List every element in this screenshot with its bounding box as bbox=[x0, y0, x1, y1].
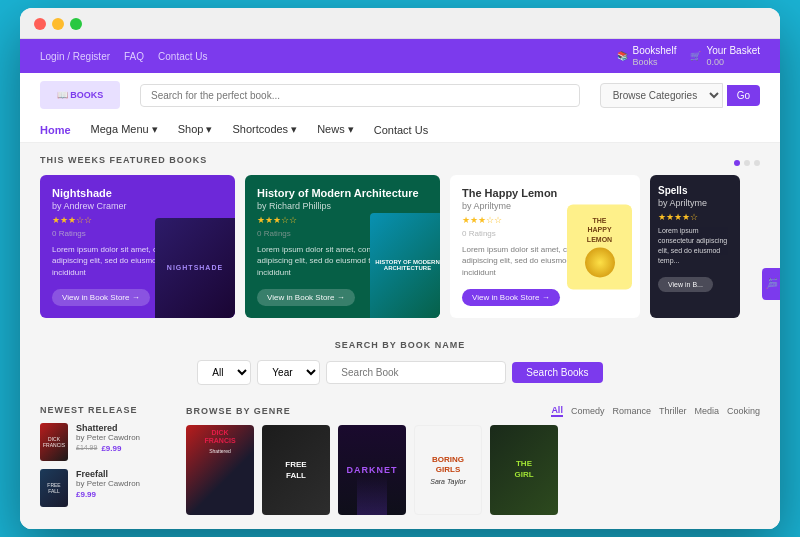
search-by-name-controls: All Year Search Books bbox=[40, 360, 760, 385]
genre-books-list: DICKFRANCIS Shattered FREEFALL DARKNET B… bbox=[186, 425, 760, 515]
search-year-select[interactable]: Year bbox=[257, 360, 320, 385]
login-register-link[interactable]: Login / Register bbox=[40, 51, 110, 62]
search-by-name-title: SEARCH BY BOOK NAME bbox=[40, 340, 760, 350]
featured-books-list: Nightshade by Andrew Cramer ★★★☆☆ 0 Rati… bbox=[40, 175, 760, 318]
book-author-nightshade: by Andrew Cramer bbox=[52, 201, 223, 211]
minimize-dot[interactable] bbox=[52, 18, 64, 30]
genre-tabs: All Comedy Romance Thriller Media Cookin… bbox=[551, 405, 760, 417]
browser-chrome bbox=[20, 8, 780, 39]
search-all-select[interactable]: All bbox=[197, 360, 251, 385]
search-by-name-section: SEARCH BY BOOK NAME All Year Search Book… bbox=[20, 328, 780, 395]
bottom-section: NEWEST RELEASE DICK FRANCIS Shattered by… bbox=[20, 395, 780, 529]
old-price-shattered: £14.99 bbox=[76, 444, 97, 451]
browse-genre-section: BROWSE BY GENRE All Comedy Romance Thril… bbox=[186, 405, 760, 515]
main-search-input[interactable] bbox=[140, 84, 580, 107]
price-freefall: £9.99 bbox=[76, 490, 140, 499]
genre-book-freefall[interactable]: FREEFALL bbox=[262, 425, 330, 515]
featured-section: THIS WEEKS FEATURED BOOKS Nightshade by … bbox=[20, 143, 780, 328]
bookshelf-label: Bookshelf bbox=[633, 45, 677, 56]
view-btn-architecture[interactable]: View in Book Store → bbox=[257, 289, 355, 306]
search-area bbox=[140, 84, 580, 107]
bookshelf-sub: Books bbox=[633, 57, 658, 67]
book-card-happy-lemon: The Happy Lemon by Apriltyme ★★★☆☆ 0 Rat… bbox=[450, 175, 640, 318]
browse-genre-title: BROWSE BY GENRE bbox=[186, 406, 291, 416]
indicator-1[interactable] bbox=[734, 160, 740, 166]
book-stars-spells: ★★★★☆ bbox=[658, 212, 732, 222]
book-cover-happy-lemon: THEHAPPYLEMON bbox=[567, 204, 632, 289]
price-shattered: £9.99 bbox=[101, 444, 121, 453]
book-desc-spells: Lorem ipsum consectetur adipiscing elit,… bbox=[658, 226, 732, 265]
contact-link[interactable]: Contact Us bbox=[158, 51, 207, 62]
genre-book-darknet[interactable]: DARKNET bbox=[338, 425, 406, 515]
newest-release-section: NEWEST RELEASE DICK FRANCIS Shattered by… bbox=[40, 405, 170, 515]
nav-contact[interactable]: Contact Us bbox=[374, 124, 428, 136]
browse-header: BROWSE BY GENRE All Comedy Romance Thril… bbox=[186, 405, 760, 417]
genre-book-dick-francis[interactable]: DICKFRANCIS Shattered bbox=[186, 425, 254, 515]
genre-book-the-girl[interactable]: THEGIRL bbox=[490, 425, 558, 515]
book-card-spells: Spells by Apriltyme ★★★★☆ Lorem ipsum co… bbox=[650, 175, 740, 318]
genre-tab-media[interactable]: Media bbox=[694, 406, 719, 416]
book-cover-nightshade: NIGHTSHADE bbox=[155, 218, 235, 318]
genre-book-boring-girls[interactable]: BORINGGIRLS Sara Taylor bbox=[414, 425, 482, 515]
nav-mega-menu[interactable]: Mega Menu ▾ bbox=[91, 123, 158, 136]
newest-info-shattered: Shattered by Peter Cawdron £14.99 £9.99 bbox=[76, 423, 140, 453]
cover-freefall: FREE FALL bbox=[40, 469, 68, 507]
logo-area: 📖 BOOKS bbox=[40, 81, 120, 109]
indicator-2[interactable] bbox=[744, 160, 750, 166]
book-author-architecture: by Richard Phillips bbox=[257, 201, 428, 211]
book-name-search-input[interactable] bbox=[326, 361, 506, 384]
side-cart-button[interactable]: 🛒 bbox=[762, 268, 780, 300]
newest-author-shattered: by Peter Cawdron bbox=[76, 433, 140, 442]
newest-title-freefall: Freefall bbox=[76, 469, 140, 479]
nav-bar: Home Mega Menu ▾ Shop ▾ Shortcodes ▾ New… bbox=[20, 117, 780, 143]
newest-book-shattered: DICK FRANCIS Shattered by Peter Cawdron … bbox=[40, 423, 170, 461]
maximize-dot[interactable] bbox=[70, 18, 82, 30]
book-title-happy-lemon: The Happy Lemon bbox=[462, 187, 628, 199]
bookshelf-link[interactable]: 📚 Bookshelf Books bbox=[617, 45, 677, 67]
view-btn-nightshade[interactable]: View in Book Store → bbox=[52, 289, 150, 306]
view-btn-happy-lemon[interactable]: View in Book Store → bbox=[462, 289, 560, 306]
genre-tab-thriller[interactable]: Thriller bbox=[659, 406, 687, 416]
browse-controls: Browse Categories Go bbox=[600, 83, 760, 108]
genre-tab-romance[interactable]: Romance bbox=[612, 406, 651, 416]
faq-link[interactable]: FAQ bbox=[124, 51, 144, 62]
site-logo: 📖 BOOKS bbox=[40, 81, 120, 109]
basket-link[interactable]: 🛒 Your Basket 0.00 bbox=[690, 45, 760, 67]
book-card-architecture: History of Modern Architecture by Richar… bbox=[245, 175, 440, 318]
book-author-spells: by Apriltyme bbox=[658, 198, 732, 208]
book-cover-architecture: HISTORY OF MODERN ARCHITECTURE bbox=[370, 213, 440, 318]
top-bar-right: 📚 Bookshelf Books 🛒 Your Basket 0.00 bbox=[617, 45, 760, 67]
top-bar: Login / Register FAQ Contact Us 📚 Booksh… bbox=[20, 39, 780, 73]
genre-tab-cooking[interactable]: Cooking bbox=[727, 406, 760, 416]
book-title-nightshade: Nightshade bbox=[52, 187, 223, 199]
book-card-nightshade: Nightshade by Andrew Cramer ★★★☆☆ 0 Rati… bbox=[40, 175, 235, 318]
newest-info-freefall: Freefall by Peter Cawdron £9.99 bbox=[76, 469, 140, 499]
search-bar: 📖 BOOKS Browse Categories Go bbox=[20, 73, 780, 117]
nav-shop[interactable]: Shop ▾ bbox=[178, 123, 213, 136]
close-dot[interactable] bbox=[34, 18, 46, 30]
basket-label: Your Basket bbox=[706, 45, 760, 56]
go-button[interactable]: Go bbox=[727, 85, 760, 106]
browse-categories-select[interactable]: Browse Categories bbox=[600, 83, 723, 108]
basket-value: 0.00 bbox=[706, 57, 724, 67]
top-bar-left: Login / Register FAQ Contact Us bbox=[40, 51, 208, 62]
book-title-architecture: History of Modern Architecture bbox=[257, 187, 428, 199]
carousel-indicators bbox=[734, 160, 760, 166]
featured-title: THIS WEEKS FEATURED BOOKS bbox=[40, 155, 207, 165]
search-books-button[interactable]: Search Books bbox=[512, 362, 602, 383]
book-title-spells: Spells bbox=[658, 185, 732, 196]
indicator-3[interactable] bbox=[754, 160, 760, 166]
newest-title-shattered: Shattered bbox=[76, 423, 140, 433]
genre-tab-comedy[interactable]: Comedy bbox=[571, 406, 605, 416]
nav-news[interactable]: News ▾ bbox=[317, 123, 354, 136]
cover-shattered: DICK FRANCIS bbox=[40, 423, 68, 461]
view-btn-spells[interactable]: View in B... bbox=[658, 277, 713, 292]
newest-author-freefall: by Peter Cawdron bbox=[76, 479, 140, 488]
newest-book-freefall: FREE FALL Freefall by Peter Cawdron £9.9… bbox=[40, 469, 170, 507]
newest-release-title: NEWEST RELEASE bbox=[40, 405, 170, 415]
basket-icon: 🛒 bbox=[690, 51, 701, 61]
nav-shortcodes[interactable]: Shortcodes ▾ bbox=[232, 123, 297, 136]
nav-home[interactable]: Home bbox=[40, 124, 71, 136]
bookshelf-icon: 📚 bbox=[617, 51, 628, 61]
genre-tab-all[interactable]: All bbox=[551, 405, 563, 417]
